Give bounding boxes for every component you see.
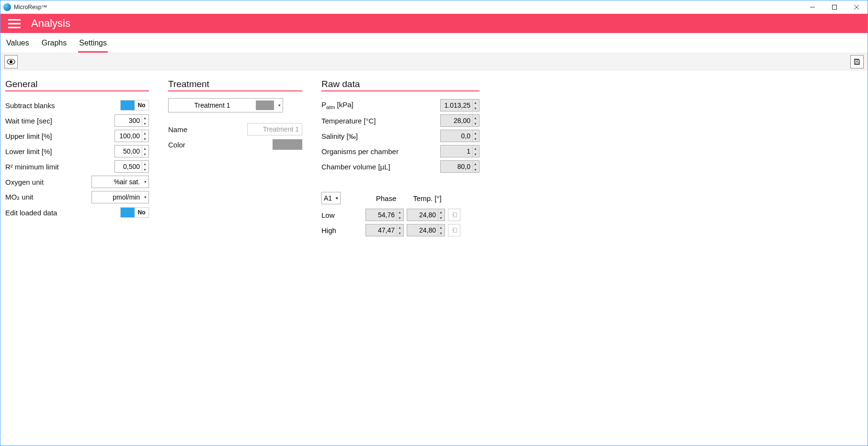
salinity-label: Salinity [‰] [321, 132, 440, 140]
high-apply-button[interactable] [448, 224, 460, 236]
r2-min-input[interactable]: ▲▼ [114, 160, 149, 173]
window-title: MicroResp™ [14, 4, 801, 11]
tab-graphs[interactable]: Graphs [41, 37, 68, 53]
svg-rect-6 [856, 59, 858, 61]
menu-icon[interactable] [8, 16, 23, 31]
raw-data-title: Raw data [321, 79, 480, 91]
patm-label: Patm [kPa] [321, 100, 440, 110]
svg-rect-7 [856, 62, 858, 64]
phase-header: Phase [365, 194, 407, 202]
treatment-name-label: Name [168, 125, 247, 134]
svg-point-5 [10, 60, 12, 63]
edit-loaded-toggle[interactable]: No [120, 207, 149, 218]
high-phase-input[interactable]: ▲▼ [365, 224, 404, 236]
general-section: General Subtract blanks No Wait time [se… [5, 79, 149, 238]
low-temp-input[interactable]: ▲▼ [407, 209, 445, 221]
subtract-blanks-label: Subtract blanks [5, 101, 120, 110]
minimize-button[interactable] [801, 0, 823, 14]
treatment-color-label: Color [168, 141, 273, 149]
edit-loaded-label: Edit loaded data [5, 209, 120, 217]
treatment-color-swatch-icon [256, 100, 274, 110]
wait-time-input[interactable]: ▲▼ [114, 114, 149, 127]
treatment-select[interactable]: Treatment 1 ▾ [168, 98, 283, 112]
patm-input[interactable]: ▲▼ [440, 99, 480, 112]
treatment-title: Treatment [168, 79, 302, 91]
low-phase-input[interactable]: ▲▼ [365, 209, 404, 221]
app-header: Analysis [0, 14, 868, 33]
upper-limit-label: Upper limit [%] [5, 132, 114, 140]
tab-settings[interactable]: Settings [78, 37, 108, 53]
r2-min-label: R² minimum limit [5, 163, 114, 171]
view-button[interactable] [4, 55, 18, 68]
temp-header: Temp. [°] [407, 194, 448, 202]
organisms-input[interactable]: ▲▼ [440, 145, 480, 157]
temperature-input[interactable]: ▲▼ [440, 114, 480, 127]
oxygen-unit-label: Oxygen unit [5, 178, 91, 186]
window-titlebar: MicroResp™ [0, 0, 868, 14]
treatment-color-picker[interactable] [273, 139, 302, 150]
low-label: Low [321, 211, 363, 219]
mo2-unit-select[interactable]: pmol/min▾ [91, 191, 149, 203]
treatment-section: Treatment Treatment 1 ▾ Name Color [168, 79, 302, 238]
oxygen-unit-select[interactable]: %air sat.▾ [91, 176, 149, 188]
high-temp-input[interactable]: ▲▼ [407, 224, 445, 236]
subtract-blanks-toggle[interactable]: No [120, 100, 149, 111]
low-apply-button[interactable] [448, 209, 460, 221]
app-icon [3, 3, 11, 11]
close-button[interactable] [845, 0, 868, 14]
lower-limit-input[interactable]: ▲▼ [114, 145, 149, 157]
toolbar [0, 53, 868, 70]
tab-bar: Values Graphs Settings [0, 33, 868, 53]
mo2-unit-label: MO₂ unit [5, 193, 91, 201]
general-title: General [5, 79, 149, 91]
tab-values[interactable]: Values [5, 37, 30, 53]
high-label: High [321, 226, 363, 234]
maximize-button[interactable] [823, 0, 845, 14]
wait-time-label: Wait time [sec] [5, 117, 114, 125]
save-button[interactable] [850, 55, 864, 68]
raw-data-section: Raw data Patm [kPa] ▲▼ Temperature [°C] … [321, 79, 480, 238]
well-select[interactable]: A1▾ [321, 192, 341, 204]
treatment-name-input[interactable] [247, 123, 302, 135]
content-area: General Subtract blanks No Wait time [se… [0, 70, 868, 246]
organisms-label: Organisms per chamber [321, 147, 440, 156]
upper-limit-input[interactable]: ▲▼ [114, 130, 149, 142]
lower-limit-label: Lower limit [%] [5, 147, 114, 156]
temperature-label: Temperature [°C] [321, 117, 440, 125]
page-title: Analysis [31, 17, 70, 30]
salinity-input[interactable]: ▲▼ [440, 130, 480, 142]
chamber-volume-label: Chamber volume [µL] [321, 163, 440, 171]
svg-rect-1 [833, 5, 837, 9]
chamber-volume-input[interactable]: ▲▼ [440, 160, 480, 173]
